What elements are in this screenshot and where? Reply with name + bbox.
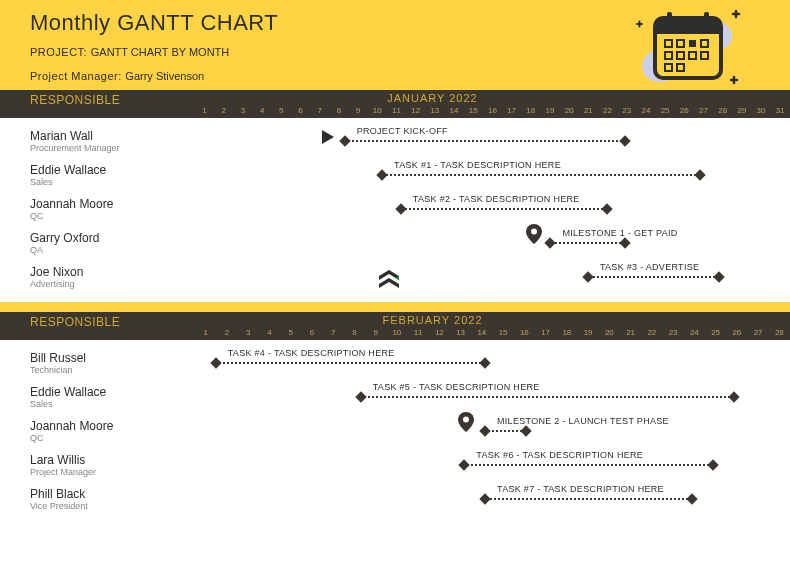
edraw-logo-icon xyxy=(375,268,403,300)
day-header: 7 xyxy=(310,106,329,115)
person-name: Marian Wall xyxy=(30,129,195,143)
gantt-row: Phill Black Vice President TASK #7 - TAS… xyxy=(0,482,790,516)
day-header: 22 xyxy=(598,106,617,115)
gantt-track: MILESTONE 2 - LAUNCH TEST PHASE xyxy=(195,414,790,448)
day-header: 5 xyxy=(272,106,291,115)
month-header: RESPONSIBLE JANUARY 2022 123456789101112… xyxy=(0,90,790,118)
person-name: Lara Willis xyxy=(30,453,195,467)
gantt-track: PROJECT KICK-OFF xyxy=(195,124,790,158)
header-banner: Monthly GANTT CHART PROJECT: GANTT CHART… xyxy=(0,0,790,90)
gantt-track: TASK #7 - TASK DESCRIPTION HERE xyxy=(195,482,790,516)
day-header: 6 xyxy=(301,328,322,337)
task-label: MILESTONE 1 - GET PAID xyxy=(562,228,677,238)
task-label: PROJECT KICK-OFF xyxy=(357,126,448,136)
day-header: 17 xyxy=(535,328,556,337)
person-role: Vice President xyxy=(30,501,195,511)
svg-rect-9 xyxy=(689,40,696,47)
day-header: 2 xyxy=(214,106,233,115)
task-label: TASK #5 - TASK DESCRIPTION HERE xyxy=(373,382,540,392)
task-bar xyxy=(588,276,719,280)
day-header: 24 xyxy=(636,106,655,115)
gantt-track: TASK #4 - TASK DESCRIPTION HERE xyxy=(195,346,790,380)
svg-rect-6 xyxy=(704,12,709,26)
day-header: 9 xyxy=(349,106,368,115)
calendar-icon xyxy=(625,6,745,96)
task-bar xyxy=(382,174,700,178)
person-name: Eddie Wallace xyxy=(30,385,195,399)
day-header: 2 xyxy=(216,328,237,337)
month-label: JANUARY 2022 xyxy=(135,92,730,106)
person-role: QC xyxy=(30,211,195,221)
task-bar xyxy=(464,464,713,468)
day-header: 27 xyxy=(748,328,769,337)
day-header: 24 xyxy=(684,328,705,337)
project-label: PROJECT: xyxy=(30,46,91,58)
person-name: Bill Russel xyxy=(30,351,195,365)
gantt-row: Lara Willis Project Manager TASK #6 - TA… xyxy=(0,448,790,482)
pm-label: Project Manager: xyxy=(30,70,125,82)
day-header: 16 xyxy=(514,328,535,337)
person-name: Joe Nixon xyxy=(30,265,195,279)
day-header: 21 xyxy=(579,106,598,115)
task-bar xyxy=(345,140,626,144)
person-name: Joannah Moore xyxy=(30,419,195,433)
day-header: 23 xyxy=(663,328,684,337)
person-role: Project Manager xyxy=(30,467,195,477)
section-divider xyxy=(0,302,790,312)
day-header: 4 xyxy=(253,106,272,115)
month-header: RESPONSIBLE FEBRUARY 2022 12345678910111… xyxy=(0,312,790,340)
day-header: 19 xyxy=(540,106,559,115)
day-header: 28 xyxy=(713,106,732,115)
day-header: 8 xyxy=(329,106,348,115)
day-header: 1 xyxy=(195,328,216,337)
task-label: TASK #2 - TASK DESCRIPTION HERE xyxy=(413,194,580,204)
day-header: 1 xyxy=(195,106,214,115)
day-header: 12 xyxy=(406,106,425,115)
svg-point-17 xyxy=(531,229,537,235)
kickoff-marker-icon xyxy=(320,128,336,146)
day-header: 8 xyxy=(344,328,365,337)
day-header: 31 xyxy=(771,106,790,115)
task-label: TASK #7 - TASK DESCRIPTION HERE xyxy=(497,484,664,494)
day-header: 13 xyxy=(425,106,444,115)
svg-rect-4 xyxy=(655,26,721,34)
day-header: 13 xyxy=(450,328,471,337)
gantt-row: Garry Oxford QA MILESTONE 1 - GET PAID xyxy=(0,226,790,260)
gantt-track: MILESTONE 1 - GET PAID xyxy=(195,226,790,260)
task-label: TASK #1 - TASK DESCRIPTION HERE xyxy=(394,160,561,170)
day-header: 21 xyxy=(620,328,641,337)
day-header: 5 xyxy=(280,328,301,337)
day-header: 25 xyxy=(656,106,675,115)
gantt-track: TASK #1 - TASK DESCRIPTION HERE xyxy=(195,158,790,192)
gantt-row: Marian Wall Procurement Manager PROJECT … xyxy=(0,124,790,158)
day-header: 20 xyxy=(599,328,620,337)
day-header: 20 xyxy=(560,106,579,115)
pm-name: Garry Stivenson xyxy=(125,70,204,82)
milestone-pin-icon xyxy=(458,412,474,436)
day-header: 18 xyxy=(521,106,540,115)
person-name: Garry Oxford xyxy=(30,231,195,245)
day-header: 19 xyxy=(578,328,599,337)
day-header: 26 xyxy=(726,328,747,337)
gantt-row: Bill Russel Technician TASK #4 - TASK DE… xyxy=(0,346,790,380)
day-header: 14 xyxy=(471,328,492,337)
day-header: 25 xyxy=(705,328,726,337)
person-name: Joannah Moore xyxy=(30,197,195,211)
day-header: 6 xyxy=(291,106,310,115)
task-label: TASK #3 - ADVERTISE xyxy=(600,262,699,272)
gantt-row: Eddie Wallace Sales TASK #5 - TASK DESCR… xyxy=(0,380,790,414)
day-header: 28 xyxy=(769,328,790,337)
day-header: 26 xyxy=(675,106,694,115)
gantt-track: TASK #6 - TASK DESCRIPTION HERE xyxy=(195,448,790,482)
day-header: 7 xyxy=(323,328,344,337)
person-role: Technician xyxy=(30,365,195,375)
day-header: 27 xyxy=(694,106,713,115)
person-role: Sales xyxy=(30,399,195,409)
task-label: TASK #4 - TASK DESCRIPTION HERE xyxy=(228,348,395,358)
day-header: 16 xyxy=(483,106,502,115)
day-header: 15 xyxy=(493,328,514,337)
svg-rect-5 xyxy=(667,12,672,26)
person-name: Eddie Wallace xyxy=(30,163,195,177)
task-bar xyxy=(401,208,607,212)
task-bar xyxy=(550,242,625,246)
